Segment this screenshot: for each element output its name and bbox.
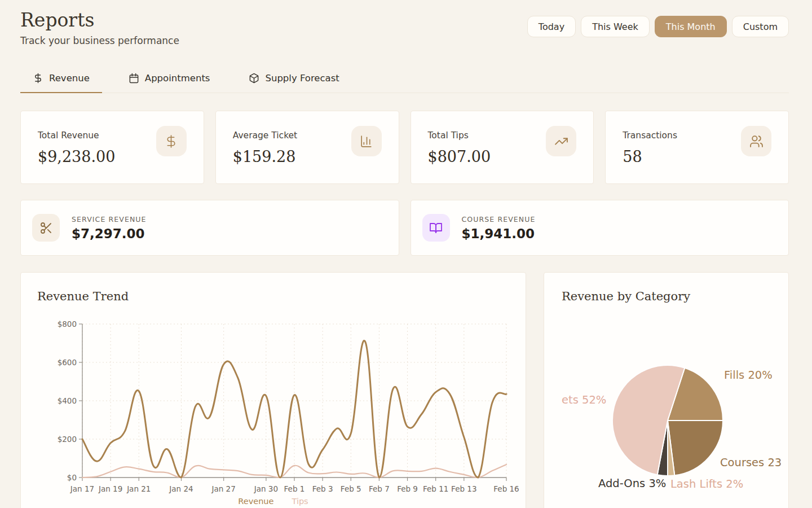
pie-chart-title: Revenue by Category	[562, 290, 690, 303]
service-revenue-value: $7,297.00	[72, 226, 147, 241]
pie-label-full-sets: ets 52%	[562, 393, 606, 406]
svg-text:Feb 11: Feb 11	[423, 484, 448, 493]
tab-supply-forecast[interactable]: Supply Forecast	[236, 65, 351, 93]
stat-value: $807.00	[428, 148, 491, 165]
stat-value: 58	[623, 148, 677, 165]
svg-text:Feb 9: Feb 9	[397, 484, 418, 493]
stat-label: Transactions	[623, 130, 677, 141]
revenue-trend-card: $0$200$400$600$800Jan 17Jan 19Jan 21Jan …	[20, 272, 526, 508]
stat-value: $9,238.00	[38, 148, 115, 165]
stat-card-average-ticket: Average Ticket $159.28	[215, 111, 399, 184]
svg-text:$200: $200	[58, 435, 77, 444]
trend-chart-title: Revenue Trend	[37, 290, 129, 303]
revenue-by-category-card: Revenue by Category Fills 20% Courses 23…	[544, 272, 789, 508]
package-icon	[249, 73, 259, 84]
stat-label: Average Ticket	[233, 130, 297, 141]
stat-value: $159.28	[233, 148, 297, 165]
users-icon	[741, 126, 771, 156]
report-tabs: Revenue Appointments Supply Forecast	[20, 65, 789, 93]
svg-text:Feb 1: Feb 1	[284, 484, 305, 493]
stat-card-transactions: Transactions 58	[605, 111, 789, 184]
revenue-by-category-chart	[544, 273, 789, 508]
course-revenue-value: $1,941.00	[462, 226, 536, 241]
tab-label: Appointments	[145, 73, 210, 84]
course-revenue-card: COURSE REVENUE $1,941.00	[411, 200, 789, 256]
service-revenue-card: SERVICE REVENUE $7,297.00	[20, 200, 399, 256]
page-title: Reports	[20, 9, 179, 31]
svg-text:Jan 27: Jan 27	[211, 484, 236, 493]
trend-chart-legend: Revenue Tips	[21, 497, 526, 506]
tab-revenue[interactable]: Revenue	[20, 65, 102, 93]
dollar-icon	[156, 126, 187, 156]
topbar: Reports Track your business performance …	[0, 0, 812, 46]
course-revenue-label: COURSE REVENUE	[462, 215, 536, 224]
date-range-filters: Today This Week This Month Custom	[527, 16, 789, 37]
stat-card-total-tips: Total Tips $807.00	[411, 111, 594, 184]
dollar-icon	[33, 73, 43, 84]
bar-chart-icon	[351, 126, 382, 156]
charts-row: $0$200$400$600$800Jan 17Jan 19Jan 21Jan …	[20, 272, 789, 508]
stat-card-total-revenue: Total Revenue $9,238.00	[20, 111, 204, 184]
svg-text:Feb 7: Feb 7	[369, 484, 390, 493]
tab-appointments[interactable]: Appointments	[116, 65, 223, 93]
svg-text:Feb 16: Feb 16	[493, 484, 519, 493]
pie-label-lash-lifts: Lash Lifts 2%	[670, 478, 743, 491]
svg-text:Feb 5: Feb 5	[341, 484, 361, 493]
svg-text:Jan 19: Jan 19	[98, 484, 122, 493]
svg-text:$600: $600	[58, 358, 77, 367]
pie-label-add-ons: Add-Ons 3%	[598, 477, 666, 490]
book-icon	[422, 214, 450, 242]
stats-row: Total Revenue $9,238.00 Average Ticket $…	[20, 111, 789, 184]
revenue-breakdown-row: SERVICE REVENUE $7,297.00 COURSE REVENUE…	[20, 200, 789, 256]
service-revenue-label: SERVICE REVENUE	[72, 215, 147, 224]
svg-text:$800: $800	[58, 319, 77, 329]
pie-label-fills: Fills 20%	[724, 369, 773, 382]
legend-item-revenue[interactable]: Revenue	[238, 497, 273, 506]
revenue-trend-chart: $0$200$400$600$800Jan 17Jan 19Jan 21Jan …	[21, 273, 526, 508]
svg-text:Jan 17: Jan 17	[70, 484, 94, 493]
svg-text:Feb 3: Feb 3	[312, 484, 333, 493]
stat-label: Total Revenue	[38, 130, 115, 141]
svg-text:$0: $0	[67, 473, 77, 482]
tab-label: Supply Forecast	[265, 73, 339, 84]
svg-text:Feb 13: Feb 13	[451, 484, 476, 493]
trending-up-icon	[546, 126, 576, 156]
header: Reports Track your business performance	[20, 9, 179, 46]
stat-label: Total Tips	[428, 130, 491, 141]
filter-today-button[interactable]: Today	[527, 16, 576, 37]
svg-text:Jan 24: Jan 24	[169, 484, 193, 493]
svg-text:Jan 30: Jan 30	[254, 484, 278, 493]
pie-label-courses: Courses 23	[720, 456, 782, 469]
legend-item-tips[interactable]: Tips	[292, 497, 308, 506]
filter-this-week-button[interactable]: This Week	[581, 16, 650, 37]
filter-this-month-button[interactable]: This Month	[655, 16, 727, 37]
scissors-icon	[32, 214, 60, 242]
calendar-icon	[129, 73, 139, 84]
filter-custom-button[interactable]: Custom	[732, 16, 789, 37]
svg-text:Jan 21: Jan 21	[126, 484, 151, 493]
page-subtitle: Track your business performance	[20, 35, 179, 46]
tab-label: Revenue	[49, 73, 90, 84]
reports-page: Reports Track your business performance …	[0, 0, 812, 508]
svg-text:$400: $400	[58, 396, 77, 405]
